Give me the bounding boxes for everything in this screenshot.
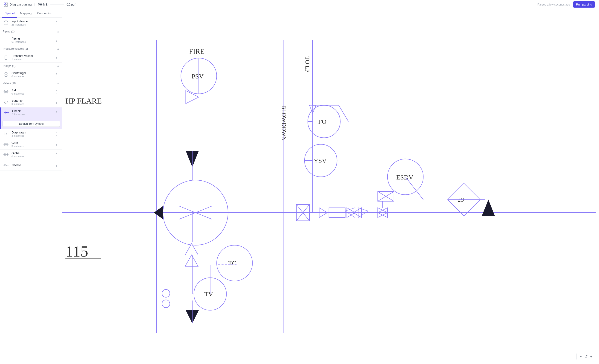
vessel-icon [3, 54, 9, 61]
symbol-name-needle: Needle [11, 163, 51, 167]
diagram-icon [4, 2, 8, 7]
symbol-instances-input-device: 26 instances [11, 23, 51, 26]
symbol-name-check: Check [12, 109, 51, 113]
sidebar-item-needle[interactable]: Needle ⋮ [0, 160, 62, 170]
svg-rect-0 [4, 3, 6, 4]
symbol-name-butterfly: Butterfly [11, 99, 51, 102]
symbol-info-globe: Globe 0 instances [11, 151, 51, 158]
svg-point-84 [162, 289, 170, 297]
centrifugal-icon [3, 71, 9, 78]
svg-rect-14 [5, 91, 7, 92]
svg-point-7 [4, 72, 8, 77]
header-right: Parsed a few seconds ago Run parsing [537, 1, 595, 8]
symbol-instances-pressure-vessel: 1 instance [11, 58, 51, 61]
svg-point-85 [162, 300, 170, 308]
ball-menu-icon[interactable]: ⋮ [53, 89, 59, 95]
svg-marker-54 [482, 200, 495, 216]
circle-icon [3, 19, 9, 26]
butterfly-menu-icon[interactable]: ⋮ [53, 99, 59, 105]
sidebar-item-check[interactable]: Check 2 instances ⋮ Detach from symbol [0, 107, 62, 129]
sidebar: Symbol Mapping Connection Input device 2… [0, 9, 62, 364]
svg-marker-78 [185, 255, 198, 266]
pid-diagram: FIRE PSV HP FLARE BLOWDOWN TO LP FO YSV … [62, 9, 599, 364]
sidebar-item-piping[interactable]: Piping 68 instances ⋮ [0, 35, 62, 45]
ball-icon [3, 89, 9, 95]
svg-rect-3 [6, 5, 8, 6]
sidebar-item-centrifugal[interactable]: Centrifugal 0 instances ⋮ [0, 70, 62, 80]
section-valves: Valves (10) ∧ [0, 80, 62, 87]
chevron-piping[interactable]: ∧ [57, 30, 59, 33]
diaphragm-menu-icon[interactable]: ⋮ [53, 131, 59, 137]
header-left: Diagram parsing | PH-ME- -20.pdf [4, 2, 75, 7]
centrifugal-menu-icon[interactable]: ⋮ [53, 71, 59, 78]
tab-mapping[interactable]: Mapping [17, 9, 34, 18]
svg-text:HP  FLARE: HP FLARE [65, 97, 102, 105]
svg-text:YSV: YSV [314, 157, 327, 164]
detach-from-symbol-button[interactable]: Detach from symbol [2, 121, 60, 127]
svg-line-99 [405, 177, 423, 200]
svg-text:ESDV: ESDV [396, 174, 413, 181]
filename-suffix: -20.pdf [66, 3, 75, 6]
zoom-reset-button[interactable]: ↺ [584, 354, 588, 359]
svg-text:FIRE: FIRE [189, 47, 204, 55]
symbol-name-ball: Ball [11, 89, 51, 92]
symbol-name-gate: Gate [11, 141, 51, 144]
sidebar-item-ball[interactable]: Ball 0 instances ⋮ [0, 87, 62, 97]
svg-rect-29 [5, 153, 7, 153]
pressure-vessel-menu-icon[interactable]: ⋮ [53, 54, 59, 61]
svg-text:FO: FO [318, 118, 326, 125]
zoom-out-button[interactable]: − [579, 354, 582, 359]
symbol-instances-gate: 3 instances [11, 145, 51, 148]
svg-text:TV: TV [204, 291, 213, 298]
symbol-instances-check: 2 instances [12, 113, 51, 116]
check-icon [3, 109, 10, 116]
sidebar-item-input-device[interactable]: Input device 26 instances ⋮ [0, 18, 62, 28]
symbol-name-input-device: Input device [11, 19, 51, 23]
svg-text:BLOWDOWN: BLOWDOWN [281, 105, 287, 141]
symbol-instances-ball: 0 instances [11, 92, 51, 95]
symbol-instances-centrifugal: 0 instances [11, 75, 51, 78]
gate-icon [3, 141, 9, 148]
svg-point-8 [5, 74, 7, 75]
section-title-pressure-vessels: Pressure vessels (1) [3, 47, 28, 50]
section-pumps: Pumps (1) ∧ [0, 62, 62, 70]
symbol-info-piping: Piping 68 instances [11, 37, 51, 43]
svg-point-4 [4, 21, 8, 25]
symbol-info-diaphragm: Diaphragm 3 instances [11, 131, 51, 137]
globe-menu-icon[interactable]: ⋮ [53, 152, 59, 158]
check-menu-icon[interactable]: ⋮ [53, 109, 59, 116]
symbol-name-centrifugal: Centrifugal [11, 71, 51, 75]
section-title-valves: Valves (10) [3, 82, 17, 85]
piping-menu-icon[interactable]: ⋮ [53, 37, 59, 43]
chevron-pumps[interactable]: ∧ [57, 64, 59, 68]
gate-menu-icon[interactable]: ⋮ [53, 141, 59, 148]
parsed-status: Parsed a few seconds ago [537, 3, 570, 6]
svg-text:TC: TC [228, 259, 236, 267]
sidebar-item-butterfly[interactable]: Butterfly 0 instances ⋮ [0, 97, 62, 107]
needle-icon [3, 162, 9, 169]
symbol-info-gate: Gate 3 instances [11, 141, 51, 148]
sidebar-item-diaphragm[interactable]: Diaphragm 3 instances ⋮ [0, 129, 62, 139]
symbol-name-globe: Globe [11, 151, 51, 155]
chevron-pressure-vessels[interactable]: ∧ [57, 47, 59, 50]
header-separator: | [34, 3, 35, 6]
run-parsing-button[interactable]: Run parsing [573, 1, 595, 8]
symbol-instances-butterfly: 0 instances [11, 103, 51, 105]
needle-menu-icon[interactable]: ⋮ [53, 162, 59, 169]
chevron-valves[interactable]: ∧ [57, 82, 59, 85]
tab-symbol[interactable]: Symbol [2, 9, 17, 18]
canvas-area[interactable]: FIRE PSV HP FLARE BLOWDOWN TO LP FO YSV … [62, 9, 599, 364]
tab-connection[interactable]: Connection [34, 9, 55, 18]
sidebar-item-globe[interactable]: Globe 0 instances ⋮ [0, 150, 62, 160]
input-device-menu-icon[interactable]: ⋮ [53, 20, 59, 26]
svg-text:PSV: PSV [192, 73, 203, 80]
sidebar-item-pressure-vessel[interactable]: Pressure vessel 1 instance ⋮ [0, 52, 62, 62]
zoom-in-button[interactable]: + [589, 354, 593, 359]
butterfly-icon [3, 99, 9, 105]
app-name: Diagram parsing [10, 3, 32, 6]
sidebar-item-gate[interactable]: Gate 3 instances ⋮ [0, 139, 62, 150]
globe-icon [3, 151, 9, 158]
symbol-name-piping: Piping [11, 37, 51, 40]
symbol-instances-piping: 68 instances [11, 41, 51, 43]
svg-rect-2 [4, 5, 6, 6]
